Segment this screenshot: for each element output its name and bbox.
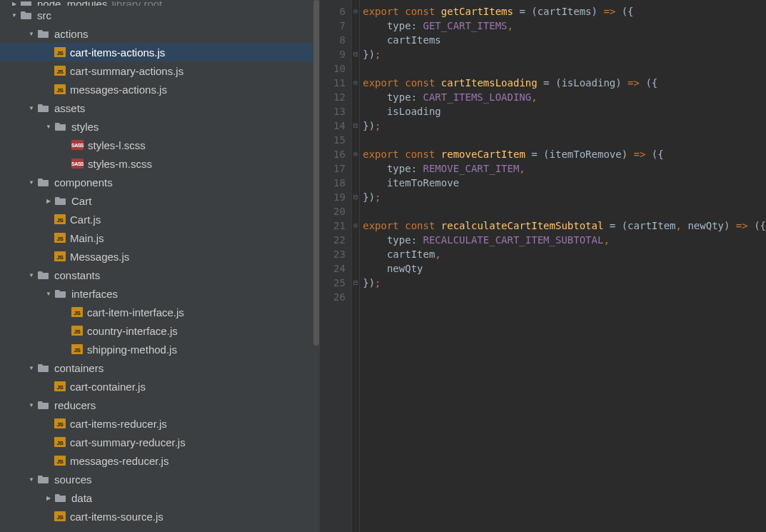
code-line[interactable]: itemToRemove [363, 176, 766, 190]
folder-icon [20, 1, 33, 6]
code-line[interactable]: export const removeCartItem = (itemToRem… [363, 147, 766, 161]
scrollbar-thumb[interactable] [313, 0, 319, 346]
tree-item-file[interactable]: JS Messages.js [0, 247, 320, 266]
project-tree-panel[interactable]: node_modules library root src actions JS… [0, 0, 320, 532]
fold-marker[interactable] [352, 104, 359, 119]
fold-marker[interactable] [352, 161, 359, 176]
tree-item-file[interactable]: JS Main.js [0, 229, 320, 247]
tree-item-components[interactable]: components [0, 173, 320, 191]
fold-marker[interactable]: ⊖ [352, 147, 359, 161]
fold-marker[interactable] [352, 261, 359, 276]
code-line[interactable]: }); [363, 47, 766, 61]
tree-item-interfaces[interactable]: interfaces [0, 284, 320, 303]
fold-marker[interactable] [352, 19, 359, 33]
tree-item-file[interactable]: JS cart-items-reducer.js [0, 414, 320, 433]
tree-item-constants[interactable]: constants [0, 266, 320, 284]
fold-marker[interactable]: ⊟ [352, 190, 359, 204]
code-line[interactable] [363, 290, 766, 304]
code-line[interactable]: type: REMOVE_CART_ITEM, [363, 161, 766, 176]
expand-icon[interactable] [9, 1, 20, 6]
tree-item-file[interactable]: JS cart-items-source.js [0, 507, 320, 526]
tree-item-containers[interactable]: containers [0, 358, 320, 377]
collapse-icon[interactable] [26, 102, 37, 114]
tree-item-cart[interactable]: Cart [0, 191, 320, 210]
project-tree[interactable]: node_modules library root src actions JS… [0, 0, 320, 526]
editor-panel[interactable]: 67891011121314151617181920212223242526 ⊖… [320, 0, 766, 532]
tree-label: messages-actions.js [70, 84, 167, 96]
js-file-icon: JS [54, 214, 66, 224]
sidebar-scrollbar[interactable] [313, 0, 320, 532]
expand-icon[interactable] [43, 492, 54, 503]
tree-label: assets [54, 102, 85, 114]
code-line[interactable] [363, 204, 766, 219]
fold-marker[interactable]: ⊖ [352, 219, 359, 233]
fold-marker[interactable] [352, 176, 359, 190]
line-number: 16 [320, 147, 346, 161]
tree-item-file[interactable]: JS Cart.js [0, 210, 320, 229]
code-line[interactable]: }); [363, 190, 766, 204]
code-line[interactable]: cartItems [363, 33, 766, 47]
code-line[interactable]: type: CART_ITEMS_LOADING, [363, 90, 766, 104]
tree-item-file[interactable]: SASS styles-m.scss [0, 154, 320, 173]
fold-marker[interactable] [352, 61, 359, 76]
collapse-icon[interactable] [43, 121, 54, 132]
tree-item-file[interactable]: JS messages-actions.js [0, 80, 320, 99]
code-line[interactable] [363, 133, 766, 147]
fold-marker[interactable] [352, 233, 359, 247]
fold-marker[interactable] [352, 247, 359, 261]
code-line[interactable]: }); [363, 119, 766, 133]
tree-item-reducers[interactable]: reducers [0, 396, 320, 414]
scss-file-icon: SASS [71, 140, 84, 150]
tree-item-file[interactable]: JS messages-reducer.js [0, 451, 320, 470]
collapse-icon[interactable] [9, 9, 20, 21]
fold-marker[interactable] [352, 90, 359, 104]
code-line[interactable]: export const getCartItems = (cartItems) … [363, 4, 766, 19]
code-line[interactable]: export const recalculateCartItemSubtotal… [363, 219, 766, 233]
collapse-icon[interactable] [26, 399, 37, 411]
fold-marker[interactable]: ⊟ [352, 119, 359, 133]
code-line[interactable]: export const cartItemsLoading = (isLoadi… [363, 76, 766, 90]
folder-icon [54, 195, 67, 206]
tree-item-file[interactable]: JS cart-summary-actions.js [0, 61, 320, 80]
fold-marker[interactable]: ⊟ [352, 47, 359, 61]
code-line[interactable] [363, 61, 766, 76]
collapse-icon[interactable] [26, 176, 37, 188]
tree-item-file[interactable]: JS cart-items-actions.js [0, 43, 320, 61]
code-line[interactable]: type: RECALCULATE_CART_ITEM_SUBTOTAL, [363, 233, 766, 247]
code-line[interactable]: }); [363, 276, 766, 290]
tree-item-file[interactable]: JS cart-summary-reducer.js [0, 433, 320, 451]
code-area[interactable]: export const getCartItems = (cartItems) … [360, 0, 766, 532]
tree-item-sources[interactable]: sources [0, 470, 320, 488]
code-line[interactable]: isLoading [363, 104, 766, 119]
tree-item-actions[interactable]: actions [0, 24, 320, 43]
collapse-icon[interactable] [43, 288, 54, 299]
code-line[interactable]: cartItem, [363, 247, 766, 261]
tree-item-file[interactable]: JS cart-container.js [0, 377, 320, 396]
fold-marker[interactable] [352, 290, 359, 304]
tree-item-styles[interactable]: styles [0, 117, 320, 136]
tree-item-file[interactable]: JS cart-item-interface.js [0, 303, 320, 321]
collapse-icon[interactable] [26, 28, 37, 39]
collapse-icon[interactable] [26, 473, 37, 485]
fold-marker[interactable] [352, 204, 359, 219]
tree-item-file[interactable]: SASS styles-l.scss [0, 136, 320, 154]
fold-marker[interactable]: ⊖ [352, 4, 359, 19]
fold-marker[interactable]: ⊖ [352, 76, 359, 90]
fold-marker[interactable] [352, 133, 359, 147]
tree-item-file[interactable]: JS shipping-method.js [0, 340, 320, 358]
fold-gutter[interactable]: ⊖⊟⊖⊟⊖⊟⊖⊟ [351, 0, 360, 532]
code-line[interactable]: newQty [363, 261, 766, 276]
code-line[interactable]: type: GET_CART_ITEMS, [363, 19, 766, 33]
tree-item-src[interactable]: src [0, 6, 320, 24]
tree-item-data[interactable]: data [0, 488, 320, 507]
tree-label: cart-items-actions.js [70, 46, 165, 59]
collapse-icon[interactable] [26, 269, 37, 281]
tree-item-file[interactable]: JS country-interface.js [0, 321, 320, 340]
fold-marker[interactable]: ⊟ [352, 276, 359, 290]
tree-label: styles [71, 121, 99, 133]
expand-icon[interactable] [43, 195, 54, 206]
tree-label: Messages.js [70, 251, 129, 263]
tree-item-assets[interactable]: assets [0, 99, 320, 117]
fold-marker[interactable] [352, 33, 359, 47]
collapse-icon[interactable] [26, 362, 37, 373]
